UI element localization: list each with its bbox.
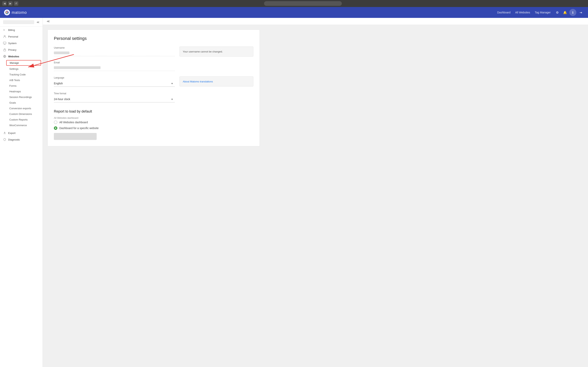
language-select-wrapper: English French German Spanish ▼ (54, 80, 175, 87)
email-col: Email (54, 61, 175, 71)
sidebar-sub-goals[interactable]: Goals (6, 100, 42, 106)
username-info-col: Your username cannot be changed. (179, 46, 253, 57)
sidebar-item-billing[interactable]: ∨ Billing (0, 27, 42, 33)
sidebar-sub-tracking-code[interactable]: Tracking Code (6, 72, 42, 77)
sidebar-item-websites[interactable]: Websites (0, 53, 42, 60)
nav-tag-manager[interactable]: Tag Manager (535, 11, 551, 14)
sidebar-sub-settings[interactable]: Settings (6, 66, 42, 72)
svg-rect-7 (4, 50, 6, 51)
radio-specific-website-circle (54, 126, 57, 130)
svg-point-2 (7, 12, 8, 13)
sidebar-sub-manage[interactable]: Manage (6, 60, 41, 66)
logo-area: matomo (4, 9, 497, 16)
language-row: Language English French German Spanish ▼ (54, 76, 253, 87)
browser-controls: ◀ ▶ ↺ (2, 1, 18, 6)
sidebar-sub-session-recordings[interactable]: Session Recordings (6, 94, 42, 100)
username-value-blurred (54, 51, 69, 54)
site-name-blurred (3, 20, 34, 24)
matomo-logo-icon (4, 9, 10, 16)
app-header: matomo Dashboard All Websites Tag Manage… (0, 7, 588, 18)
username-row: Username Your username cannot be changed… (54, 46, 253, 57)
system-label: System (8, 42, 17, 45)
username-label: Username (54, 46, 175, 49)
shield-icon (3, 138, 6, 141)
lock-icon (3, 48, 6, 51)
diagnostic-label: Diagnostic (8, 138, 20, 141)
radio-specific-website-label: Dashboard for a specific website (59, 126, 99, 130)
language-select[interactable]: English French German Spanish (54, 80, 175, 87)
svg-point-3 (7, 11, 8, 12)
globe-icon (3, 55, 6, 58)
person-icon (3, 35, 6, 38)
sidebar-item-system[interactable]: System (0, 40, 42, 46)
svg-point-1 (6, 12, 7, 13)
sidebar-item-personal[interactable]: Personal (0, 33, 42, 40)
sidebar-sub-heatmaps[interactable]: Heatmaps (6, 89, 42, 94)
billing-label: Billing (8, 29, 15, 32)
radio-all-websites[interactable]: All Websites dashboard (54, 121, 253, 124)
matomo-translations-link[interactable]: About Matomo translations (183, 80, 213, 83)
info-icon-btn[interactable]: ℹ (569, 9, 576, 16)
svg-rect-6 (3, 42, 6, 44)
time-format-label: Time format (54, 92, 175, 95)
radio-all-websites-label: All Websites dashboard (59, 121, 88, 124)
collapse-sidebar-btn[interactable]: ≪ (47, 19, 50, 23)
email-row: Email (54, 61, 253, 71)
header-nav: Dashboard All Websites Tag Manager (497, 11, 551, 14)
sidebar-collapse-btn[interactable]: ≪ (37, 21, 40, 24)
sidebar-sub-custom-dimensions[interactable]: Custom Dimensions (6, 111, 42, 117)
sidebar-sub-conversion-exports[interactable]: Conversion exports (6, 106, 42, 111)
websites-label: Websites (8, 55, 19, 58)
email-label: Email (54, 61, 175, 64)
browser-chrome: ◀ ▶ ↺ (0, 0, 588, 7)
svg-point-4 (7, 13, 8, 14)
language-info-col: About Matomo translations (179, 76, 253, 86)
language-col: Language English French German Spanish ▼ (54, 76, 175, 87)
notifications-icon-btn[interactable]: 🔔 (562, 9, 569, 16)
websites-submenu: Manage Settings Tracking Code A/B Tests … (0, 60, 42, 128)
time-format-col: Time format 24-hour clock 12-hour clock … (54, 92, 175, 102)
export-icon (3, 131, 6, 134)
sidebar-sub-custom-reports[interactable]: Custom Reports (6, 117, 42, 123)
radio-all-websites-circle (54, 121, 57, 124)
time-format-select[interactable]: 24-hour clock 12-hour clock (54, 96, 175, 102)
svg-point-5 (4, 35, 5, 37)
report-default-header: Report to load by default (54, 109, 253, 114)
sidebar: ≪ ∨ Billing Personal (0, 18, 43, 367)
personal-label: Personal (8, 35, 18, 38)
nav-dashboard[interactable]: Dashboard (497, 11, 511, 14)
email-value-blurred (54, 66, 101, 69)
language-label: Language (54, 76, 175, 79)
monitor-icon (3, 42, 6, 45)
main-top-bar: ≪ (43, 18, 588, 25)
nav-all-websites[interactable]: All Websites (515, 11, 530, 14)
username-info-text: Your username cannot be changed. (183, 50, 223, 53)
header-icons: ⚙ 🔔 ℹ ⇥ (554, 9, 584, 16)
sidebar-item-privacy[interactable]: Privacy (0, 46, 42, 53)
export-label: Export (8, 132, 16, 134)
logout-icon-btn[interactable]: ⇥ (577, 9, 584, 16)
sidebar-sub-woocommerce[interactable]: WooCommerce (6, 123, 42, 128)
report-default-section: Report to load by default All Websites d… (54, 109, 253, 140)
browser-refresh[interactable]: ↺ (14, 1, 18, 6)
sidebar-sub-forms[interactable]: Forms (6, 83, 42, 89)
url-bar[interactable] (264, 1, 342, 6)
settings-icon-btn[interactable]: ⚙ (554, 9, 561, 16)
page-title: Personal settings (54, 36, 253, 41)
privacy-label: Privacy (8, 48, 17, 51)
sidebar-sub-ab-tests[interactable]: A/B Tests (6, 77, 42, 83)
chevron-down-icon: ∨ (3, 28, 6, 32)
time-format-row: Time format 24-hour clock 12-hour clock … (54, 92, 253, 102)
radio-specific-website[interactable]: Dashboard for a specific website (54, 126, 253, 130)
browser-forward[interactable]: ▶ (8, 1, 12, 6)
sidebar-top: ≪ (0, 18, 42, 27)
time-format-select-wrapper: 24-hour clock 12-hour clock ▼ (54, 96, 175, 102)
sidebar-item-export[interactable]: Export (0, 130, 42, 136)
content-card: Personal settings Username Your username… (47, 30, 260, 146)
sidebar-item-diagnostic[interactable]: Diagnostic (0, 136, 42, 143)
username-info-box: Your username cannot be changed. (179, 46, 253, 57)
language-info-box: About Matomo translations (179, 76, 253, 86)
username-col: Username (54, 46, 175, 56)
browser-back[interactable]: ◀ (2, 1, 7, 6)
svg-point-0 (4, 9, 10, 15)
